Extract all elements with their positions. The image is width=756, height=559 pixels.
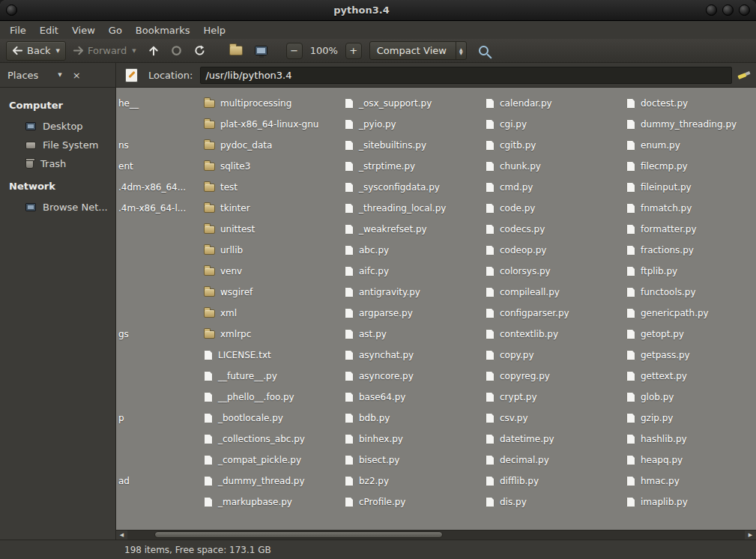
- horizontal-scrollbar[interactable]: ◀ ▶: [116, 530, 756, 540]
- file-item[interactable]: glob.py: [626, 387, 737, 408]
- open-folder-button[interactable]: [224, 41, 248, 61]
- back-button[interactable]: Back ▼: [6, 41, 66, 61]
- file-item[interactable]: urllib: [204, 240, 318, 261]
- file-item[interactable]: wsgiref: [204, 282, 318, 303]
- forward-history-caret-icon[interactable]: ▼: [132, 48, 136, 54]
- file-item[interactable]: heapq.py: [626, 450, 737, 471]
- menu-go[interactable]: Go: [102, 22, 129, 38]
- view-mode-spinner[interactable]: ▲ ▼: [456, 42, 466, 59]
- search-icon[interactable]: [479, 46, 489, 55]
- view-mode-select[interactable]: Compact View ▲ ▼: [369, 41, 467, 60]
- sidebar-item-browse-net[interactable]: Browse Net...: [0, 198, 115, 217]
- file-item[interactable]: contextlib.py: [486, 324, 569, 345]
- file-item[interactable]: __future__.py: [204, 366, 318, 387]
- file-item[interactable]: _threading_local.py: [345, 198, 446, 219]
- file-item[interactable]: ftplib.py: [626, 261, 737, 282]
- file-item-clipped[interactable]: ns: [118, 135, 129, 156]
- file-item[interactable]: cProfile.py: [345, 492, 446, 513]
- menu-bookmarks[interactable]: Bookmarks: [129, 22, 197, 38]
- minimize-button[interactable]: [706, 4, 717, 16]
- file-item[interactable]: compileall.py: [486, 282, 569, 303]
- file-item[interactable]: gzip.py: [626, 408, 737, 429]
- file-item-clipped[interactable]: he__: [118, 93, 139, 114]
- zoom-in-button[interactable]: +: [345, 43, 362, 59]
- stop-button[interactable]: [166, 41, 187, 61]
- file-item[interactable]: cmd.py: [486, 177, 569, 198]
- places-close-icon[interactable]: ×: [73, 70, 81, 81]
- file-item[interactable]: asyncore.py: [345, 366, 446, 387]
- file-item[interactable]: code.py: [486, 198, 569, 219]
- file-item[interactable]: getopt.py: [626, 324, 737, 345]
- file-item[interactable]: test: [204, 177, 318, 198]
- file-item[interactable]: fnmatch.py: [626, 198, 737, 219]
- file-item-clipped[interactable]: gs: [118, 324, 129, 345]
- menu-file[interactable]: File: [3, 22, 33, 38]
- file-item-clipped[interactable]: ent: [118, 156, 133, 177]
- file-item[interactable]: fractions.py: [626, 240, 737, 261]
- file-item[interactable]: getpass.py: [626, 345, 737, 366]
- file-item[interactable]: genericpath.py: [626, 303, 737, 324]
- file-item[interactable]: _dummy_thread.py: [204, 471, 318, 492]
- file-item[interactable]: filecmp.py: [626, 156, 737, 177]
- forward-button[interactable]: Forward ▼: [67, 41, 142, 61]
- file-item[interactable]: aifc.py: [345, 261, 446, 282]
- places-caret-icon[interactable]: ▼: [58, 72, 61, 78]
- file-item[interactable]: argparse.py: [345, 303, 446, 324]
- file-item[interactable]: _collections_abc.py: [204, 429, 318, 450]
- file-item[interactable]: _sysconfigdata.py: [345, 177, 446, 198]
- file-item[interactable]: hmac.py: [626, 471, 737, 492]
- file-item[interactable]: cgi.py: [486, 114, 569, 135]
- menu-edit[interactable]: Edit: [33, 22, 65, 38]
- file-item[interactable]: dummy_threading.py: [626, 114, 737, 135]
- menu-help[interactable]: Help: [196, 22, 232, 38]
- file-item[interactable]: _bootlocale.py: [204, 408, 318, 429]
- file-item[interactable]: fileinput.py: [626, 177, 737, 198]
- file-item[interactable]: _osx_support.py: [345, 93, 446, 114]
- file-item[interactable]: doctest.py: [626, 93, 737, 114]
- desktop-button[interactable]: [250, 41, 273, 61]
- file-item-clipped[interactable]: .4dm-x86_64...: [118, 177, 186, 198]
- window-menu-button[interactable]: [6, 4, 17, 16]
- file-item[interactable]: unittest: [204, 219, 318, 240]
- file-item[interactable]: configparser.py: [486, 303, 569, 324]
- file-item-clipped[interactable]: p: [118, 408, 124, 429]
- file-item[interactable]: _sitebuiltins.py: [345, 135, 446, 156]
- file-item[interactable]: copy.py: [486, 345, 569, 366]
- file-item[interactable]: tkinter: [204, 198, 318, 219]
- file-item[interactable]: antigravity.py: [345, 282, 446, 303]
- file-item[interactable]: pydoc_data: [204, 135, 318, 156]
- scrollbar-thumb[interactable]: [154, 531, 443, 538]
- file-item[interactable]: _compat_pickle.py: [204, 450, 318, 471]
- file-item[interactable]: plat-x86_64-linux-gnu: [204, 114, 318, 135]
- scroll-left-icon[interactable]: ◀: [116, 531, 127, 540]
- sidebar-item-file-system[interactable]: File System: [0, 136, 115, 154]
- file-item[interactable]: codecs.py: [486, 219, 569, 240]
- file-item[interactable]: xml: [204, 303, 318, 324]
- file-item[interactable]: calendar.py: [486, 93, 569, 114]
- maximize-button[interactable]: [722, 4, 734, 16]
- titlebar[interactable]: python3.4: [0, 0, 756, 21]
- file-item[interactable]: base64.py: [345, 387, 446, 408]
- file-item[interactable]: _pyio.py: [345, 114, 446, 135]
- file-item[interactable]: formatter.py: [626, 219, 737, 240]
- file-item[interactable]: LICENSE.txt: [204, 345, 318, 366]
- back-history-caret-icon[interactable]: ▼: [56, 48, 60, 54]
- file-item-clipped[interactable]: ad: [118, 471, 130, 492]
- location-input[interactable]: [200, 67, 732, 84]
- file-item[interactable]: cgitb.py: [486, 135, 569, 156]
- file-item[interactable]: bz2.py: [345, 471, 446, 492]
- file-item[interactable]: codeop.py: [486, 240, 569, 261]
- menu-view[interactable]: View: [65, 22, 102, 38]
- file-item[interactable]: decimal.py: [486, 450, 569, 471]
- file-item[interactable]: binhex.py: [345, 429, 446, 450]
- file-item[interactable]: crypt.py: [486, 387, 569, 408]
- sidebar-item-trash[interactable]: Trash: [0, 154, 115, 173]
- zoom-out-button[interactable]: −: [286, 43, 303, 59]
- file-item[interactable]: gettext.py: [626, 366, 737, 387]
- file-item[interactable]: multiprocessing: [204, 93, 318, 114]
- file-item[interactable]: functools.py: [626, 282, 737, 303]
- file-item[interactable]: sqlite3: [204, 156, 318, 177]
- file-item[interactable]: ast.py: [345, 324, 446, 345]
- file-item[interactable]: bisect.py: [345, 450, 446, 471]
- file-item[interactable]: _weakrefset.py: [345, 219, 446, 240]
